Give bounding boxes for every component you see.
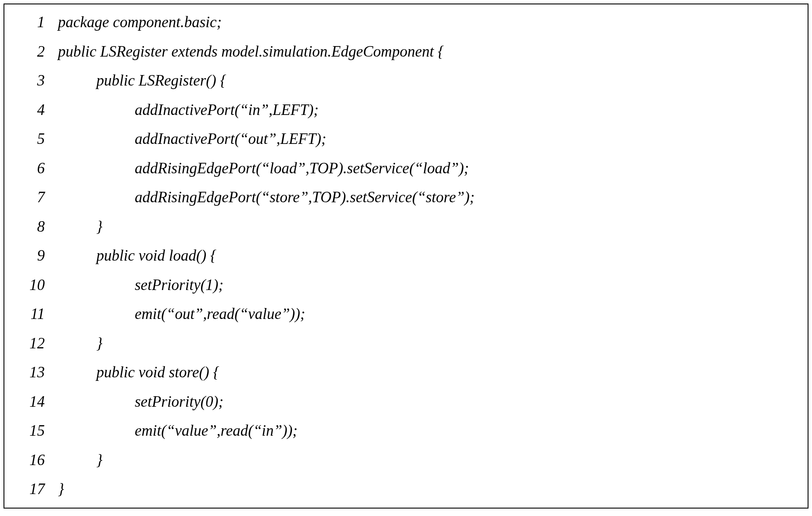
code-line: 8 } xyxy=(10,212,802,242)
code-line: 3 public LSRegister() { xyxy=(10,66,802,96)
code-line: 11 emit(“out”,read(“value”)); xyxy=(10,300,802,329)
code-text: public void store() { xyxy=(58,358,219,387)
line-number: 13 xyxy=(10,358,58,387)
line-number: 11 xyxy=(10,300,58,329)
code-text: } xyxy=(58,446,103,475)
line-number: 14 xyxy=(10,387,58,417)
code-lines-container: 1package component.basic;2public LSRegis… xyxy=(10,8,802,504)
code-line: 4 addInactivePort(“in”,LEFT); xyxy=(10,96,802,125)
line-number: 10 xyxy=(10,271,58,300)
line-number: 6 xyxy=(10,154,58,183)
code-text: addInactivePort(“in”,LEFT); xyxy=(58,96,319,125)
code-text: } xyxy=(58,475,64,504)
code-line: 15 emit(“value”,read(“in”)); xyxy=(10,416,802,446)
code-text: package component.basic; xyxy=(58,8,222,37)
line-number: 12 xyxy=(10,329,58,358)
code-line: 10 setPriority(1); xyxy=(10,271,802,300)
line-number: 15 xyxy=(10,416,58,446)
code-text: public LSRegister() { xyxy=(58,66,226,96)
code-line: 13 public void store() { xyxy=(10,358,802,387)
code-line: 14 setPriority(0); xyxy=(10,387,802,417)
line-number: 3 xyxy=(10,66,58,96)
code-text: setPriority(0); xyxy=(58,387,223,417)
line-number: 17 xyxy=(10,475,58,504)
code-text: } xyxy=(58,329,103,358)
code-text: setPriority(1); xyxy=(58,271,223,300)
code-listing-box: 1package component.basic;2public LSRegis… xyxy=(4,4,808,509)
code-text: emit(“value”,read(“in”)); xyxy=(58,416,298,446)
code-text: addInactivePort(“out”,LEFT); xyxy=(58,125,327,154)
code-text: public void load() { xyxy=(58,241,216,271)
code-line: 9 public void load() { xyxy=(10,241,802,271)
line-number: 9 xyxy=(10,241,58,271)
code-line: 2public LSRegister extends model.simulat… xyxy=(10,37,802,67)
code-line: 17} xyxy=(10,475,802,504)
code-text: public LSRegister extends model.simulati… xyxy=(58,37,444,67)
line-number: 8 xyxy=(10,212,58,242)
code-line: 12 } xyxy=(10,329,802,358)
line-number: 5 xyxy=(10,125,58,154)
line-number: 16 xyxy=(10,446,58,475)
code-line: 16 } xyxy=(10,446,802,475)
code-line: 6 addRisingEdgePort(“load”,TOP).setServi… xyxy=(10,154,802,183)
code-text: } xyxy=(58,212,103,242)
line-number: 2 xyxy=(10,37,58,67)
line-number: 4 xyxy=(10,96,58,125)
code-text: addRisingEdgePort(“load”,TOP).setService… xyxy=(58,154,469,183)
code-text: addRisingEdgePort(“store”,TOP).setServic… xyxy=(58,183,474,212)
code-line: 5 addInactivePort(“out”,LEFT); xyxy=(10,125,802,154)
code-line: 1package component.basic; xyxy=(10,8,802,37)
code-text: emit(“out”,read(“value”)); xyxy=(58,300,305,329)
code-line: 7 addRisingEdgePort(“store”,TOP).setServ… xyxy=(10,183,802,212)
line-number: 1 xyxy=(10,8,58,37)
line-number: 7 xyxy=(10,183,58,212)
